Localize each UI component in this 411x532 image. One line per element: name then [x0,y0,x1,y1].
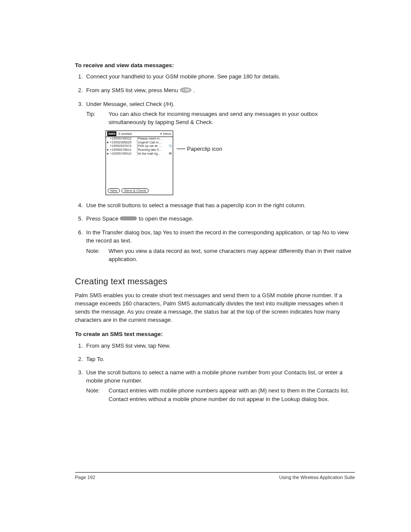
envelope-icon: ✉ [168,152,173,156]
note-label: Note: [86,247,101,263]
s2-step-2: Tap To. [84,355,355,363]
step-3: Under Message, select Check (/H). Tip: Y… [84,100,355,195]
s2-note-label: Note: [86,386,101,403]
palm-header: SMS 3 unread Inbox [106,131,173,137]
s2-step-3: Use the scroll buttons to select a name … [84,368,355,403]
step-4: Use the scroll buttons to select a messa… [84,201,355,209]
step-2: From any SMS list view, press Menu . [84,86,355,95]
palm-unread-count: 3 unread [118,131,160,137]
section2-subtitle: To create an SMS text message: [75,330,355,338]
palm-send-check-button[interactable]: Send & Check [121,188,149,193]
section2-steps: From any SMS list view, tap New. Tap To.… [75,342,355,403]
s2-step-1: From any SMS list view, tap New. [84,342,355,350]
attachment-icon [168,148,173,152]
palm-folder-dropdown[interactable]: Inbox [160,131,171,137]
footer-chapter-title: Using the Wireless Application Suite [279,474,355,481]
step-1: Connect your handheld to your GSM mobile… [84,72,355,81]
attachment-icon [168,137,173,141]
step-5: Press Space to open the message. [84,215,355,223]
page-container: To receive and view data messages: Conne… [0,0,411,532]
table-row[interactable]: ●+15559278011Running late 5… [106,148,173,152]
attachment-icon [168,141,173,145]
table-row[interactable]: ●+15552305025Urgent! Call m… [106,141,173,145]
palm-screenshot: SMS 3 unread Inbox +15555745512Please me… [106,131,355,195]
s2-note-body: Contact entries with mobile phone number… [109,386,355,403]
section1-steps: Connect your handheld to your GSM mobile… [75,72,355,263]
section2-heading: Creating text messages [75,275,355,288]
s2-note-row: Note: Contact entries with mobile phone … [86,386,355,403]
page-footer: Page 192 Using the Wireless Application … [75,472,355,481]
paperclip-icon: 📎 [168,144,173,148]
tip-body: You can also check for incoming messages… [109,110,355,126]
table-row[interactable]: +15555745512Please meet m… [106,137,173,141]
palm-app-title: SMS [107,131,116,137]
svg-rect-5 [120,217,137,220]
step-6: In the Transfer dialog box, tap Yes to i… [84,228,355,263]
palm-new-button[interactable]: New [108,188,120,193]
callout-paperclip: Paperclip icon [177,131,222,153]
note-body: When you view a data record as text, som… [109,247,355,263]
tip-label: Tip: [86,110,101,126]
callout-leader-line [177,149,185,149]
palm-device-frame: SMS 3 unread Inbox +15555745512Please me… [106,131,173,195]
palm-message-list: +15555745512Please meet m… ●+15552305025… [106,137,173,156]
footer-page-number: Page 192 [75,474,95,481]
note-row: Note: When you view a data record as tex… [86,247,355,263]
section1-title: To receive and view data messages: [75,61,355,69]
table-row[interactable]: +15552937672Pick up car at …📎 [106,144,173,148]
section2-intro: Palm SMS enables you to create short tex… [75,291,355,324]
space-button-icon [120,215,137,223]
tip-row: Tip: You can also check for incoming mes… [86,110,355,126]
menu-button-icon [180,87,192,95]
table-row[interactable]: ●+15555745512At the mall rig…✉ [106,152,173,156]
